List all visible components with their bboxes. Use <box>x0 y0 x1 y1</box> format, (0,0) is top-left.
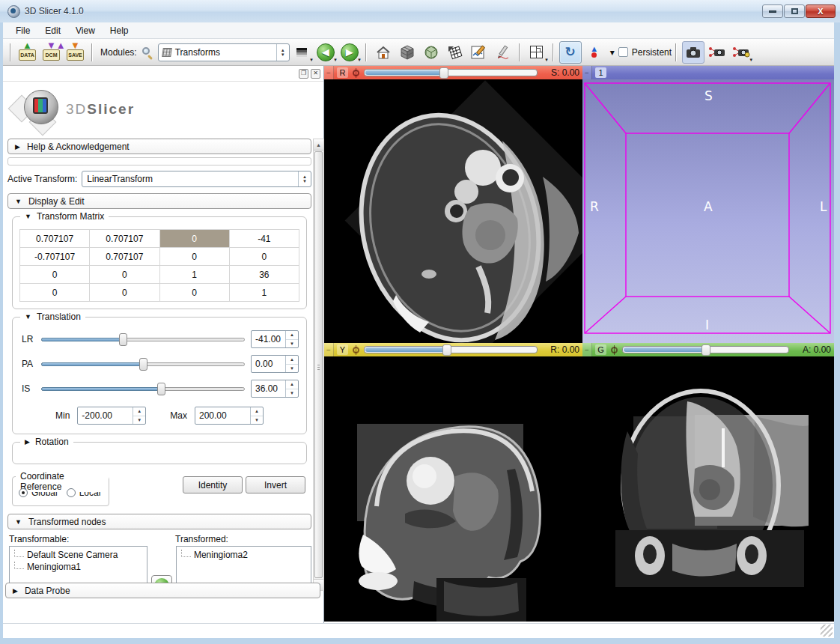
dicom-button[interactable]: ▼▲ DCM <box>40 41 63 64</box>
transformed-nodes-section[interactable]: ▼ Transformed nodes <box>7 514 311 529</box>
chart-editor-button[interactable] <box>468 41 490 64</box>
pencil-icon <box>496 45 511 60</box>
modules-label: Modules: <box>100 47 137 58</box>
module-scroll-area: ▶ Help & Acknowledgement Active Transfor… <box>4 139 313 591</box>
transform-matrix-title[interactable]: ▼ Transform Matrix <box>20 211 109 222</box>
matrix-cell[interactable]: 0 <box>20 284 90 302</box>
screenshot-button[interactable] <box>682 41 704 64</box>
matrix-cell[interactable]: 0 <box>90 284 159 302</box>
matrix-cell[interactable]: 0 <box>159 284 229 302</box>
module-back-button[interactable]: ◀ ▾ <box>314 41 337 64</box>
crosshair-icon[interactable] <box>351 68 361 78</box>
yellow-slice-controller: − Y R: 0.00 <box>324 343 582 356</box>
matrix-cell-selected[interactable]: 0 <box>159 230 229 248</box>
module-selector-spin[interactable]: ▲▼ <box>276 44 289 61</box>
pa-spinbox[interactable]: 0.00 ▲▼ <box>251 355 299 373</box>
active-transform-label: Active Transform: <box>7 174 77 184</box>
threed-view[interactable]: S R A L I <box>582 79 834 343</box>
is-spinbox[interactable]: 36.00 ▲▼ <box>251 380 299 398</box>
matrix-cell[interactable]: 0.707107 <box>90 230 159 248</box>
menu-help[interactable]: Help <box>103 24 136 37</box>
threed-pin-button[interactable]: − <box>582 66 592 79</box>
module-panel-scrollbar[interactable]: ▲ ▼ <box>313 139 324 591</box>
minimize-button[interactable] <box>762 4 783 18</box>
translation-title[interactable]: ▼ Translation <box>20 312 85 322</box>
green-pin-button[interactable]: − <box>582 343 592 356</box>
expanded-arrow-icon: ▼ <box>25 213 31 220</box>
transform-matrix-group: ▼ Transform Matrix 0.707107 0.707107 0 -… <box>12 216 307 309</box>
scrollbar-thumb[interactable] <box>314 151 323 578</box>
place-fiducial-icon: ▲ <box>590 46 598 58</box>
rotation-title[interactable]: ▶ Rotation <box>20 437 73 447</box>
is-slider[interactable] <box>41 382 245 395</box>
crosshair-icon[interactable] <box>351 345 361 355</box>
matrix-cell[interactable]: 0.707107 <box>90 248 159 266</box>
matrix-cell[interactable]: 0 <box>90 266 159 284</box>
matrix-cell[interactable]: 0.707107 <box>20 230 90 248</box>
matrix-cell[interactable]: 0 <box>229 248 299 266</box>
persistent-checkbox[interactable] <box>618 47 628 57</box>
menu-edit[interactable]: Edit <box>38 24 67 37</box>
load-data-button[interactable]: ▲ DATA <box>16 41 39 64</box>
annotation-pencil-button[interactable] <box>492 41 514 64</box>
red-slice-view[interactable] <box>324 79 582 343</box>
matrix-cell[interactable]: -41 <box>229 230 299 248</box>
yellow-slice-view[interactable] <box>324 356 582 622</box>
extension-manager-button[interactable] <box>420 41 442 64</box>
display-edit-section[interactable]: ▼ Display & Edit <box>7 193 311 209</box>
close-button[interactable]: X <box>806 4 836 18</box>
identity-button[interactable]: Identity <box>183 476 243 493</box>
matrix-cell[interactable]: -0.707107 <box>20 248 90 266</box>
matrix-cell[interactable]: 1 <box>229 284 299 302</box>
max-spinbox[interactable]: 200.00 ▲▼ <box>195 407 264 425</box>
transforms-toolbar-button[interactable] <box>444 41 466 64</box>
list-item[interactable]: Meningioma1 <box>11 561 147 573</box>
matrix-cell[interactable]: 1 <box>159 266 229 284</box>
undock-panel-icon[interactable]: ❐ <box>299 69 308 79</box>
yellow-pin-button[interactable]: − <box>324 343 334 356</box>
window-title: 3D Slicer 4.1.0 <box>25 6 84 16</box>
green-slice-offset: A: 0.00 <box>792 344 831 355</box>
invert-button[interactable]: Invert <box>246 476 305 493</box>
lr-slider[interactable] <box>41 332 245 346</box>
red-pin-button[interactable]: − <box>324 66 334 79</box>
menu-file[interactable]: File <box>9 24 37 37</box>
crosshair-icon[interactable] <box>609 345 619 355</box>
close-panel-icon[interactable]: ✕ <box>311 69 320 79</box>
lr-spinbox[interactable]: -41.00 ▲▼ <box>251 330 299 348</box>
help-acknowledgement-section[interactable]: ▶ Help & Acknowledgement <box>7 139 311 154</box>
active-transform-spin[interactable]: ▲▼ <box>298 171 311 186</box>
mouse-mode-dropdown[interactable]: ▾ <box>607 41 618 64</box>
green-slice-slider[interactable] <box>622 346 789 353</box>
layout-selector-button[interactable]: ▾ <box>526 41 548 64</box>
crosshair-toggle-button[interactable]: ↻ <box>559 41 582 64</box>
module-selector[interactable]: Transforms ▲▼ <box>158 43 290 61</box>
matrix-cell[interactable]: 0 <box>159 248 229 266</box>
mouse-mode-button[interactable]: ▲ <box>583 41 606 64</box>
scene-views-button[interactable] <box>706 41 728 64</box>
yellow-slice-slider[interactable] <box>364 346 538 353</box>
extensions-cube-button[interactable] <box>396 41 419 64</box>
scene-views-menu-button[interactable]: ▾ <box>730 41 752 64</box>
module-forward-button[interactable]: ▶ ▾ <box>338 41 361 64</box>
home-module-button[interactable] <box>372 41 395 64</box>
min-spinbox[interactable]: -200.00 ▲▼ <box>77 407 146 425</box>
maximize-button[interactable] <box>784 4 805 18</box>
active-transform-selector[interactable]: LinearTransform ▲▼ <box>82 171 311 187</box>
list-item[interactable]: Meningioma2 <box>178 549 311 561</box>
list-item[interactable]: Default Scene Camera <box>11 549 147 561</box>
scroll-up-icon[interactable]: ▲ <box>314 139 323 151</box>
persistent-label: Persistent <box>632 47 672 58</box>
save-button[interactable]: ▼ SAVE <box>64 41 87 64</box>
coordinate-reference-group: Coordinate Reference Global Local <box>12 476 109 506</box>
pa-slider[interactable] <box>41 357 245 371</box>
menu-view[interactable]: View <box>69 24 102 37</box>
module-search-icon[interactable] <box>141 46 153 58</box>
resize-grip[interactable] <box>821 625 833 637</box>
module-history-button[interactable]: ▾ <box>290 41 313 64</box>
matrix-cell[interactable]: 0 <box>20 266 90 284</box>
data-probe-section[interactable]: ▶ Data Probe <box>5 583 320 598</box>
matrix-cell[interactable]: 36 <box>229 266 299 284</box>
green-slice-view[interactable] <box>582 356 834 622</box>
red-slice-slider[interactable] <box>364 69 538 76</box>
